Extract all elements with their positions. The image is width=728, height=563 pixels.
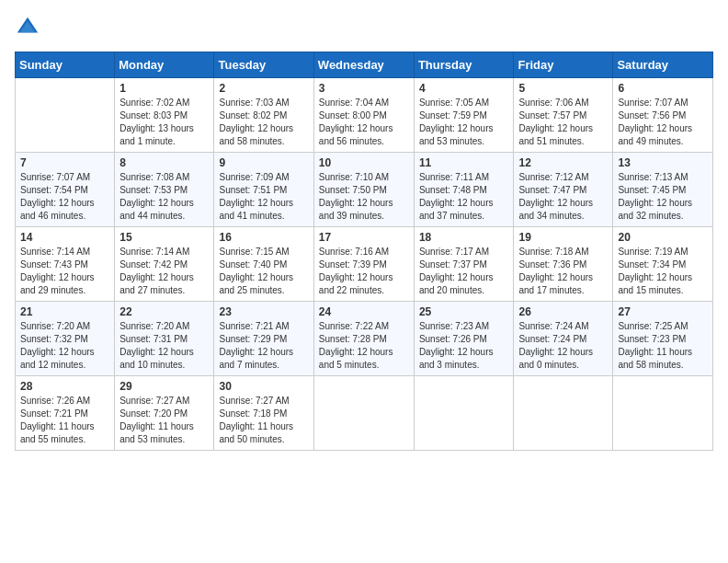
calendar-cell: 2Sunrise: 7:03 AMSunset: 8:02 PMDaylight…	[214, 78, 313, 153]
column-header-saturday: Saturday	[613, 52, 713, 78]
cell-info: Sunrise: 7:11 AMSunset: 7:48 PMDaylight:…	[419, 171, 509, 223]
calendar-cell: 24Sunrise: 7:22 AMSunset: 7:28 PMDayligh…	[313, 302, 414, 376]
day-number: 21	[20, 305, 109, 318]
cell-info: Sunrise: 7:12 AMSunset: 7:47 PMDaylight:…	[518, 171, 608, 223]
calendar-cell: 14Sunrise: 7:14 AMSunset: 7:43 PMDayligh…	[16, 227, 115, 302]
logo-icon	[15, 15, 40, 40]
cell-info: Sunrise: 7:22 AMSunset: 7:28 PMDaylight:…	[319, 320, 409, 372]
calendar-cell: 22Sunrise: 7:20 AMSunset: 7:31 PMDayligh…	[115, 302, 214, 376]
cell-info: Sunrise: 7:02 AMSunset: 8:03 PMDaylight:…	[119, 97, 209, 148]
calendar-cell: 8Sunrise: 7:08 AMSunset: 7:53 PMDaylight…	[115, 153, 214, 227]
calendar-cell: 4Sunrise: 7:05 AMSunset: 7:59 PMDaylight…	[414, 78, 514, 153]
calendar-cell: 30Sunrise: 7:27 AMSunset: 7:18 PMDayligh…	[214, 376, 313, 451]
cell-info: Sunrise: 7:23 AMSunset: 7:26 PMDaylight:…	[419, 320, 509, 372]
day-number: 7	[20, 156, 109, 169]
column-header-sunday: Sunday	[16, 52, 115, 78]
cell-info: Sunrise: 7:27 AMSunset: 7:20 PMDaylight:…	[119, 395, 209, 446]
cell-info: Sunrise: 7:14 AMSunset: 7:43 PMDaylight:…	[20, 246, 109, 297]
cell-info: Sunrise: 7:10 AMSunset: 7:50 PMDaylight:…	[319, 171, 409, 223]
calendar-cell	[613, 376, 713, 451]
calendar-cell: 20Sunrise: 7:19 AMSunset: 7:34 PMDayligh…	[613, 227, 713, 302]
column-header-thursday: Thursday	[414, 52, 514, 78]
cell-info: Sunrise: 7:24 AMSunset: 7:24 PMDaylight:…	[518, 320, 608, 372]
calendar-cell	[414, 376, 514, 451]
calendar-cell: 26Sunrise: 7:24 AMSunset: 7:24 PMDayligh…	[514, 302, 613, 376]
day-number: 9	[219, 156, 308, 169]
logo	[15, 15, 44, 40]
page-header	[15, 15, 713, 40]
cell-info: Sunrise: 7:25 AMSunset: 7:23 PMDaylight:…	[618, 320, 708, 372]
day-number: 3	[319, 82, 409, 95]
calendar-cell: 23Sunrise: 7:21 AMSunset: 7:29 PMDayligh…	[214, 302, 313, 376]
calendar-header-row: SundayMondayTuesdayWednesdayThursdayFrid…	[16, 52, 713, 78]
calendar-cell	[514, 376, 613, 451]
calendar-week-row: 7Sunrise: 7:07 AMSunset: 7:54 PMDaylight…	[16, 153, 713, 227]
cell-info: Sunrise: 7:07 AMSunset: 7:54 PMDaylight:…	[20, 171, 109, 223]
calendar-cell: 27Sunrise: 7:25 AMSunset: 7:23 PMDayligh…	[613, 302, 713, 376]
cell-info: Sunrise: 7:05 AMSunset: 7:59 PMDaylight:…	[419, 97, 509, 148]
calendar-week-row: 14Sunrise: 7:14 AMSunset: 7:43 PMDayligh…	[16, 227, 713, 302]
day-number: 28	[20, 380, 109, 393]
calendar-cell: 21Sunrise: 7:20 AMSunset: 7:32 PMDayligh…	[16, 302, 115, 376]
column-header-friday: Friday	[514, 52, 613, 78]
calendar-week-row: 1Sunrise: 7:02 AMSunset: 8:03 PMDaylight…	[16, 78, 713, 153]
day-number: 11	[419, 156, 509, 169]
day-number: 1	[119, 82, 209, 95]
day-number: 27	[618, 305, 708, 318]
day-number: 30	[219, 380, 308, 393]
calendar-cell: 6Sunrise: 7:07 AMSunset: 7:56 PMDaylight…	[613, 78, 713, 153]
calendar-week-row: 21Sunrise: 7:20 AMSunset: 7:32 PMDayligh…	[16, 302, 713, 376]
cell-info: Sunrise: 7:19 AMSunset: 7:34 PMDaylight:…	[618, 246, 708, 297]
cell-info: Sunrise: 7:03 AMSunset: 8:02 PMDaylight:…	[219, 97, 308, 148]
calendar-table: SundayMondayTuesdayWednesdayThursdayFrid…	[15, 52, 713, 451]
day-number: 23	[219, 305, 308, 318]
calendar-cell: 11Sunrise: 7:11 AMSunset: 7:48 PMDayligh…	[414, 153, 514, 227]
cell-info: Sunrise: 7:20 AMSunset: 7:31 PMDaylight:…	[119, 320, 209, 372]
calendar-cell	[16, 78, 115, 153]
calendar-cell: 18Sunrise: 7:17 AMSunset: 7:37 PMDayligh…	[414, 227, 514, 302]
cell-info: Sunrise: 7:26 AMSunset: 7:21 PMDaylight:…	[20, 395, 109, 446]
day-number: 2	[219, 82, 308, 95]
calendar-cell: 3Sunrise: 7:04 AMSunset: 8:00 PMDaylight…	[313, 78, 414, 153]
calendar-cell: 1Sunrise: 7:02 AMSunset: 8:03 PMDaylight…	[115, 78, 214, 153]
calendar-cell	[313, 376, 414, 451]
calendar-cell: 13Sunrise: 7:13 AMSunset: 7:45 PMDayligh…	[613, 153, 713, 227]
column-header-wednesday: Wednesday	[313, 52, 414, 78]
day-number: 6	[618, 82, 708, 95]
calendar-cell: 28Sunrise: 7:26 AMSunset: 7:21 PMDayligh…	[16, 376, 115, 451]
cell-info: Sunrise: 7:14 AMSunset: 7:42 PMDaylight:…	[119, 246, 209, 297]
day-number: 16	[219, 231, 308, 244]
day-number: 8	[119, 156, 209, 169]
calendar-cell: 7Sunrise: 7:07 AMSunset: 7:54 PMDaylight…	[16, 153, 115, 227]
day-number: 15	[119, 231, 209, 244]
day-number: 13	[618, 156, 708, 169]
calendar-cell: 29Sunrise: 7:27 AMSunset: 7:20 PMDayligh…	[115, 376, 214, 451]
day-number: 10	[319, 156, 409, 169]
cell-info: Sunrise: 7:04 AMSunset: 8:00 PMDaylight:…	[319, 97, 409, 148]
day-number: 24	[319, 305, 409, 318]
column-header-monday: Monday	[115, 52, 214, 78]
day-number: 4	[419, 82, 509, 95]
cell-info: Sunrise: 7:13 AMSunset: 7:45 PMDaylight:…	[618, 171, 708, 223]
calendar-cell: 9Sunrise: 7:09 AMSunset: 7:51 PMDaylight…	[214, 153, 313, 227]
cell-info: Sunrise: 7:21 AMSunset: 7:29 PMDaylight:…	[219, 320, 308, 372]
cell-info: Sunrise: 7:16 AMSunset: 7:39 PMDaylight:…	[319, 246, 409, 297]
day-number: 19	[518, 231, 608, 244]
day-number: 12	[518, 156, 608, 169]
cell-info: Sunrise: 7:09 AMSunset: 7:51 PMDaylight:…	[219, 171, 308, 223]
cell-info: Sunrise: 7:18 AMSunset: 7:36 PMDaylight:…	[518, 246, 608, 297]
cell-info: Sunrise: 7:08 AMSunset: 7:53 PMDaylight:…	[119, 171, 209, 223]
cell-info: Sunrise: 7:20 AMSunset: 7:32 PMDaylight:…	[20, 320, 109, 372]
calendar-cell: 15Sunrise: 7:14 AMSunset: 7:42 PMDayligh…	[115, 227, 214, 302]
calendar-cell: 12Sunrise: 7:12 AMSunset: 7:47 PMDayligh…	[514, 153, 613, 227]
day-number: 20	[618, 231, 708, 244]
calendar-cell: 10Sunrise: 7:10 AMSunset: 7:50 PMDayligh…	[313, 153, 414, 227]
day-number: 17	[319, 231, 409, 244]
day-number: 25	[419, 305, 509, 318]
day-number: 5	[518, 82, 608, 95]
calendar-week-row: 28Sunrise: 7:26 AMSunset: 7:21 PMDayligh…	[16, 376, 713, 451]
cell-info: Sunrise: 7:17 AMSunset: 7:37 PMDaylight:…	[419, 246, 509, 297]
cell-info: Sunrise: 7:07 AMSunset: 7:56 PMDaylight:…	[618, 97, 708, 148]
day-number: 26	[518, 305, 608, 318]
day-number: 18	[419, 231, 509, 244]
